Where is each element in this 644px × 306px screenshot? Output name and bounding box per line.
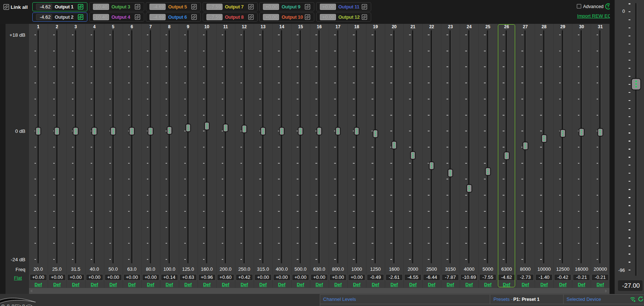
svg-text:?: ? xyxy=(607,4,609,8)
